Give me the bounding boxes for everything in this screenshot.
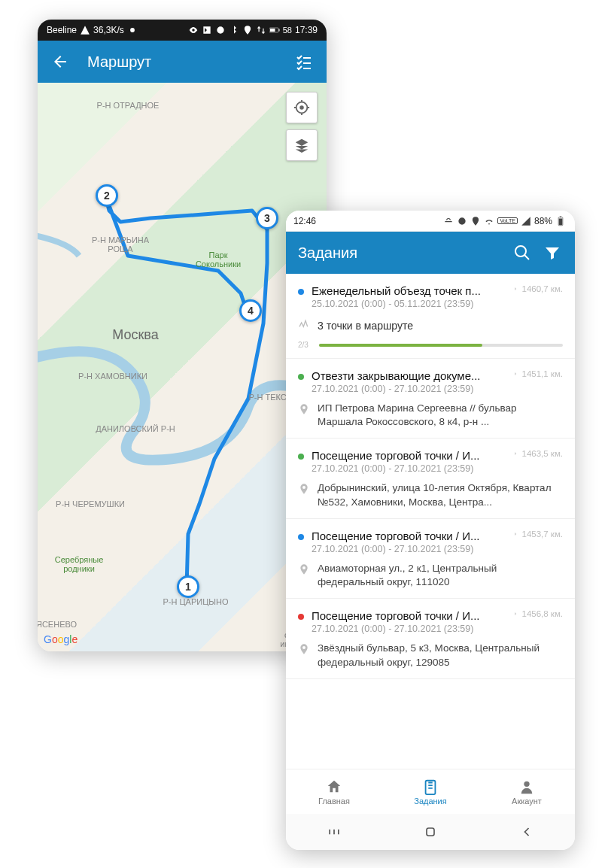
phone-tasks: 12:46 VoLTE 88% Задания Еженедельный объ… [286, 211, 575, 850]
task-address: Добрынинский, улица 10-летия Октября, Кв… [318, 481, 563, 508]
system-nav [286, 814, 575, 850]
task-dates: 27.10.2021 (0:00) - 27.10.2021 (23:59) [312, 463, 504, 474]
district-label: Р-Н ЦАРИЦЫНО [163, 597, 228, 606]
svg-point-0 [130, 28, 135, 32]
task-dates: 27.10.2021 (0:00) - 27.10.2021 (23:59) [312, 544, 504, 554]
task-card[interactable]: Посещение торговой точки / И... 27.10.20… [286, 519, 575, 599]
status-dot [298, 614, 304, 620]
district-label: Р-Н ЧЕРЕМУШКИ [56, 499, 125, 508]
svg-rect-7 [559, 218, 563, 225]
task-card[interactable]: Отвезти закрывающие докуме... 27.10.2021… [286, 359, 575, 439]
task-card[interactable]: Посещение торговой точки / И... 27.10.20… [286, 439, 575, 518]
task-address: Звёздный бульвар, 5 к3, Москва, Централь… [318, 642, 563, 669]
svg-rect-8 [560, 216, 561, 217]
checklist-button[interactable] [289, 47, 319, 77]
map-marker-2[interactable]: 2 [96, 184, 118, 207]
signal-icon [521, 216, 531, 226]
nav-account[interactable]: Аккаунт [479, 769, 575, 814]
map-marker-4[interactable]: 4 [239, 299, 262, 322]
layers-button[interactable] [286, 129, 318, 161]
vpn-icon [443, 216, 454, 226]
route-icon [298, 318, 310, 333]
battery-icon [269, 25, 280, 35]
map-attribution: Google [44, 633, 78, 645]
status-dot [298, 534, 304, 540]
pin-icon [298, 643, 310, 655]
task-dates: 25.10.2021 (0:00) - 05.11.2021 (23:59) [312, 299, 504, 309]
district-label: Р-Н ОТРАДНОЕ [97, 101, 160, 110]
alarm-icon [215, 25, 226, 35]
eye-icon [188, 25, 199, 35]
back-sys-button[interactable] [512, 824, 542, 839]
clock-label: 12:46 [293, 216, 316, 226]
circle-icon [127, 25, 138, 35]
volte-icon: VoLTE [497, 217, 518, 224]
task-title: Посещение торговой точки / И... [312, 609, 504, 622]
task-title: Посещение торговой точки / И... [312, 530, 504, 542]
task-card[interactable]: Посещение торговой точки / И... 27.10.20… [286, 599, 575, 678]
svg-rect-2 [270, 29, 275, 32]
district-label: Р-Н ХАМОВНИКИ [78, 372, 147, 381]
data-icon [256, 25, 266, 35]
task-distance: 1456,8 км. [512, 609, 563, 618]
task-distance: 1453,7 км. [512, 530, 563, 539]
alarm-icon [457, 216, 467, 226]
nav-tasks[interactable]: Задания [382, 769, 479, 814]
app-bar-tasks: Задания [286, 232, 575, 274]
page-title: Маршрут [87, 53, 289, 71]
svg-rect-11 [427, 828, 434, 836]
signal-icon [80, 25, 90, 35]
nav-label: Задания [414, 797, 446, 806]
map-marker-1[interactable]: 1 [177, 575, 199, 598]
task-title: Посещение торговой точки / И... [312, 449, 504, 462]
task-dates: 27.10.2021 (0:00) - 27.10.2021 (23:59) [312, 624, 504, 634]
status-dot [298, 454, 304, 460]
map-view[interactable]: 1 2 3 4 Р-Н ОТРАДНОЕ Р-Н МАРЬИНА РОЩА Па… [38, 83, 327, 651]
task-distance: 1460,7 км. [512, 284, 563, 293]
location-icon [470, 216, 481, 226]
task-card[interactable]: Еженедельный объезд точек п... 25.10.202… [286, 274, 575, 359]
search-button[interactable] [507, 238, 537, 268]
district-label: ДАНИЛОВСКИЙ Р-Н [96, 424, 175, 433]
task-distance: 1463,5 км. [512, 449, 563, 458]
nav-home[interactable]: Главная [286, 769, 382, 814]
speed-label: 36,3K/s [93, 25, 124, 35]
progress-fill [319, 344, 482, 347]
wifi-icon [484, 216, 494, 226]
back-button[interactable] [45, 47, 75, 77]
map-marker-3[interactable]: 3 [256, 207, 278, 229]
status-bar-left: Beeline 36,3K/s 58 17:39 [38, 20, 327, 41]
pin-icon [298, 563, 310, 575]
task-address: Авиамоторная ул., 2 к1, Центральный феде… [318, 562, 563, 589]
home-button[interactable] [415, 824, 445, 839]
status-dot [298, 374, 304, 380]
svg-rect-3 [278, 29, 279, 32]
bottom-nav: Главная Задания Аккаунт [286, 769, 575, 814]
park-label: Парк Сокольники [196, 250, 241, 269]
nfc-icon [202, 25, 212, 35]
nav-label: Главная [318, 797, 350, 806]
location-icon [242, 25, 253, 35]
locate-button[interactable] [286, 92, 318, 123]
pin-icon [298, 403, 310, 415]
svg-point-9 [515, 246, 526, 256]
page-title: Задания [298, 244, 507, 262]
battery-pct: 88% [534, 216, 552, 226]
district-label: ЯСЕНЕВО [38, 620, 77, 629]
carrier-label: Beeline [47, 25, 77, 35]
route-progress: 2/3 [298, 341, 563, 349]
bluetooth-icon [229, 25, 239, 35]
landmark-label: Серебряные родники [55, 555, 104, 573]
phone-route: Beeline 36,3K/s 58 17:39 Маршрут [38, 20, 327, 651]
task-title: Отвезти закрывающие докуме... [312, 369, 504, 382]
app-bar-route: Маршрут [38, 41, 327, 83]
tasks-list[interactable]: Еженедельный объезд точек п... 25.10.202… [286, 274, 575, 769]
svg-point-5 [299, 105, 304, 110]
battery-pct: 58 [283, 26, 292, 35]
task-address: ИП Петрова Марина Сергеевна // бульвар М… [318, 402, 563, 429]
route-text: 3 точки в маршруте [318, 320, 413, 332]
task-distance: 1451,1 км. [512, 369, 563, 378]
recents-button[interactable] [319, 824, 349, 839]
status-dot [298, 289, 304, 295]
filter-button[interactable] [537, 238, 567, 268]
